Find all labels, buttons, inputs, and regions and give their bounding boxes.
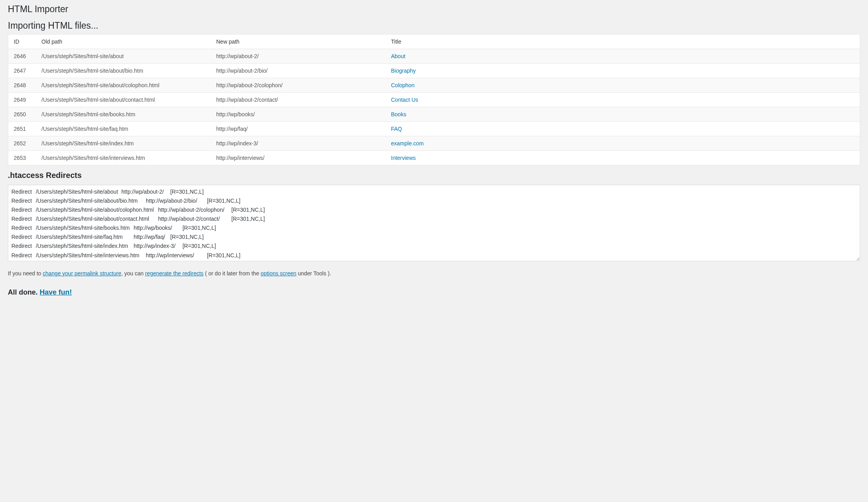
table-header-row: ID Old path New path Title <box>8 34 860 49</box>
title-link[interactable]: example.com <box>391 140 424 147</box>
col-header-title: Title <box>387 34 860 49</box>
col-header-id: ID <box>8 34 38 49</box>
cell-id: 2648 <box>8 78 38 92</box>
cell-id: 2646 <box>8 49 38 63</box>
cell-title: About <box>387 49 860 63</box>
cell-title: Books <box>387 107 860 121</box>
cell-old-path: /Users/steph/Sites/html-site/about/bio.h… <box>38 63 212 78</box>
redirects-heading: .htaccess Redirects <box>8 165 860 183</box>
options-screen-link[interactable]: options screen <box>261 270 297 277</box>
col-header-new-path: New path <box>212 34 387 49</box>
title-link[interactable]: Books <box>391 111 407 117</box>
footer-note: If you need to change your permalink str… <box>8 270 860 277</box>
cell-new-path: http://wp/faq/ <box>212 121 387 136</box>
title-link[interactable]: Biography <box>391 68 416 74</box>
permalink-structure-link[interactable]: change your permalink structure <box>43 270 121 277</box>
cell-id: 2649 <box>8 92 38 107</box>
cell-new-path: http://wp/books/ <box>212 107 387 121</box>
cell-old-path: /Users/steph/Sites/html-site/about/colop… <box>38 78 212 92</box>
title-link[interactable]: About <box>391 53 406 59</box>
cell-title: Contact Us <box>387 92 860 107</box>
cell-new-path: http://wp/about-2/contact/ <box>212 92 387 107</box>
redirects-textarea[interactable] <box>8 185 860 261</box>
cell-title: Colophon <box>387 78 860 92</box>
cell-id: 2653 <box>8 150 38 165</box>
cell-new-path: http://wp/interviews/ <box>212 150 387 165</box>
table-row: 2648/Users/steph/Sites/html-site/about/c… <box>8 78 860 92</box>
all-done-heading: All done. Have fun! <box>8 283 860 300</box>
table-row: 2652/Users/steph/Sites/html-site/index.h… <box>8 136 860 150</box>
cell-old-path: /Users/steph/Sites/html-site/index.htm <box>38 136 212 150</box>
cell-id: 2650 <box>8 107 38 121</box>
footer-text-prefix: If you need to <box>8 270 43 277</box>
import-subtitle: Importing HTML files... <box>8 17 860 34</box>
cell-new-path: http://wp/about-2/ <box>212 49 387 63</box>
regenerate-redirects-link[interactable]: regenerate the redirects <box>145 270 203 277</box>
cell-id: 2651 <box>8 121 38 136</box>
footer-text-suffix: under Tools ). <box>297 270 331 277</box>
cell-title: example.com <box>387 136 860 150</box>
have-fun-link[interactable]: Have fun! <box>40 288 72 296</box>
page-title: HTML Importer <box>8 0 860 17</box>
table-row: 2647/Users/steph/Sites/html-site/about/b… <box>8 63 860 78</box>
cell-old-path: /Users/steph/Sites/html-site/about/conta… <box>38 92 212 107</box>
cell-old-path: /Users/steph/Sites/html-site/interviews.… <box>38 150 212 165</box>
cell-title: Biography <box>387 63 860 78</box>
table-row: 2651/Users/steph/Sites/html-site/faq.htm… <box>8 121 860 136</box>
import-results-table: ID Old path New path Title 2646/Users/st… <box>8 34 860 165</box>
table-row: 2650/Users/steph/Sites/html-site/books.h… <box>8 107 860 121</box>
cell-title: Interviews <box>387 150 860 165</box>
title-link[interactable]: Colophon <box>391 82 415 88</box>
cell-new-path: http://wp/index-3/ <box>212 136 387 150</box>
footer-text-mid2: ( or do it later from the <box>203 270 261 277</box>
title-link[interactable]: FAQ <box>391 126 402 132</box>
col-header-old-path: Old path <box>38 34 212 49</box>
footer-text-mid1: , you can <box>121 270 145 277</box>
cell-title: FAQ <box>387 121 860 136</box>
cell-new-path: http://wp/about-2/bio/ <box>212 63 387 78</box>
cell-old-path: /Users/steph/Sites/html-site/faq.htm <box>38 121 212 136</box>
title-link[interactable]: Contact Us <box>391 97 418 103</box>
cell-old-path: /Users/steph/Sites/html-site/books.htm <box>38 107 212 121</box>
table-row: 2649/Users/steph/Sites/html-site/about/c… <box>8 92 860 107</box>
cell-new-path: http://wp/about-2/colophon/ <box>212 78 387 92</box>
cell-old-path: /Users/steph/Sites/html-site/about <box>38 49 212 63</box>
all-done-prefix: All done. <box>8 288 40 296</box>
table-row: 2646/Users/steph/Sites/html-site/aboutht… <box>8 49 860 63</box>
title-link[interactable]: Interviews <box>391 155 416 161</box>
table-row: 2653/Users/steph/Sites/html-site/intervi… <box>8 150 860 165</box>
cell-id: 2647 <box>8 63 38 78</box>
cell-id: 2652 <box>8 136 38 150</box>
